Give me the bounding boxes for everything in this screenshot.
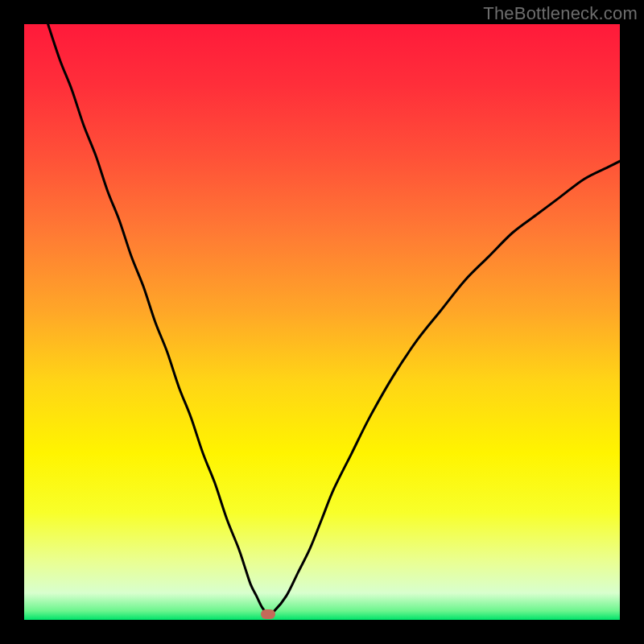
optimal-point-marker — [261, 609, 275, 619]
watermark-text: TheBottleneck.com — [483, 3, 638, 24]
chart-frame: TheBottleneck.com — [0, 0, 644, 644]
curve-layer — [24, 24, 620, 620]
plot-area — [24, 24, 620, 620]
bottleneck-curve — [48, 24, 620, 614]
